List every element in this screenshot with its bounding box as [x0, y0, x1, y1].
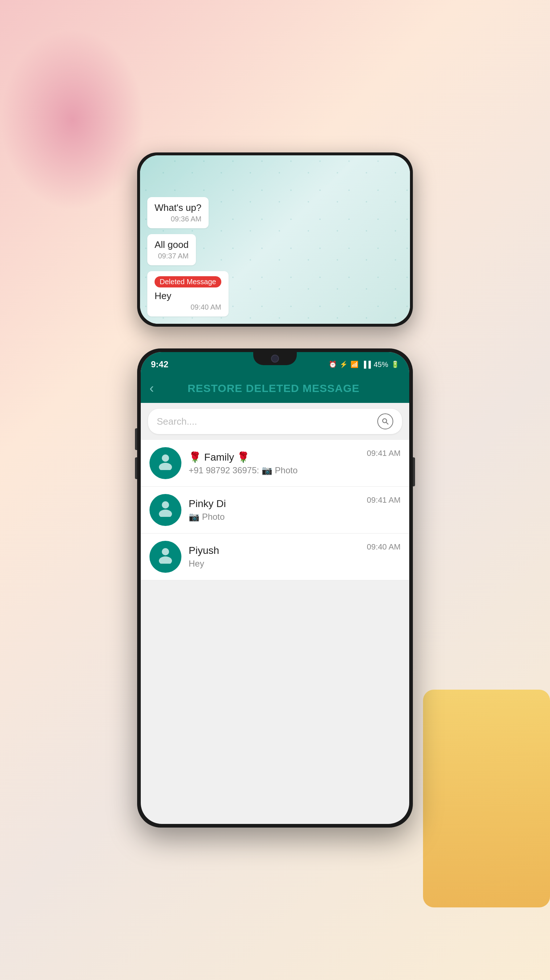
contact-info-family: 🌹 Family 🌹 +91 98792 36975: 📷 Photo — [189, 451, 359, 476]
contact-name-pinky: Pinky Di — [189, 498, 359, 510]
contact-preview-family: +91 98792 36975: 📷 Photo — [189, 465, 359, 476]
message-time-2: 09:37 AM — [154, 252, 189, 260]
back-button[interactable]: ‹ — [149, 381, 154, 396]
contact-name-piyush: Piyush — [189, 545, 359, 557]
message-text-3: Hey — [154, 290, 221, 302]
contact-name-family: 🌹 Family 🌹 — [189, 451, 359, 463]
deleted-badge: Deleted Message — [154, 276, 221, 288]
phone-top-inner: What's up? 09:36 AM All good 09:37 AM De… — [140, 155, 410, 324]
search-bar[interactable]: Search.... — [148, 409, 402, 434]
contact-time-piyush: 09:40 AM — [367, 541, 401, 552]
contact-item-pinky[interactable]: Pinky Di 📷 Photo 09:41 AM — [141, 487, 409, 533]
phone-bottom: 9:42 ⏰ ⚡ 📶 ▐▐ 45% 🔋 ‹ RESTORE DELETED ME… — [137, 348, 413, 827]
message-time-3: 09:40 AM — [154, 303, 221, 312]
message-text-2: All good — [154, 239, 189, 250]
chat-messages: What's up? 09:36 AM All good 09:37 AM De… — [140, 190, 410, 324]
search-input[interactable]: Search.... — [157, 416, 372, 427]
contact-time-pinky: 09:41 AM — [367, 494, 401, 505]
contact-item-family[interactable]: 🌹 Family 🌹 +91 98792 36975: 📷 Photo 09:4… — [141, 440, 409, 487]
phones-container: What's up? 09:36 AM All good 09:37 AM De… — [137, 153, 413, 827]
svg-line-1 — [386, 423, 389, 425]
message-time-1: 09:36 AM — [154, 215, 201, 223]
app-content: Search.... — [141, 403, 409, 824]
person-icon-piyush — [156, 546, 175, 568]
phone-top: What's up? 09:36 AM All good 09:37 AM De… — [137, 153, 413, 327]
contact-preview-pinky: 📷 Photo — [189, 512, 359, 522]
contact-info-pinky: Pinky Di 📷 Photo — [189, 498, 359, 522]
svg-point-5 — [159, 510, 172, 517]
message-bubble-1: What's up? 09:36 AM — [147, 197, 208, 228]
svg-point-3 — [159, 463, 172, 470]
status-time: 9:42 — [151, 360, 168, 369]
message-bubble-2: All good 09:37 AM — [147, 234, 196, 265]
page-title: RESTORE DELETED MESSAGE — [161, 382, 386, 395]
volume-down-button[interactable] — [135, 457, 137, 479]
volume-up-button[interactable] — [135, 428, 137, 450]
alarm-icon: ⏰ — [329, 360, 337, 368]
contact-list: 🌹 Family 🌹 +91 98792 36975: 📷 Photo 09:4… — [141, 440, 409, 581]
contact-time-family: 09:41 AM — [367, 447, 401, 458]
front-camera — [271, 355, 279, 363]
battery-icon: 🔋 — [391, 360, 399, 368]
contact-info-piyush: Piyush Hey — [189, 545, 359, 569]
avatar-piyush — [149, 541, 181, 573]
contact-preview-piyush: Hey — [189, 558, 359, 569]
person-icon-pinky — [156, 499, 175, 521]
header-bar: ‹ RESTORE DELETED MESSAGE — [141, 374, 409, 403]
signal-icon: ▐▐ — [361, 361, 371, 368]
bluetooth-icon: ⚡ — [340, 360, 348, 368]
battery-indicator: 45% — [374, 360, 388, 369]
svg-point-0 — [383, 419, 387, 423]
svg-point-7 — [159, 557, 172, 564]
phone-bottom-inner: 9:42 ⏰ ⚡ 📶 ▐▐ 45% 🔋 ‹ RESTORE DELETED ME… — [141, 352, 409, 824]
wifi-icon: 📶 — [350, 360, 358, 368]
svg-point-6 — [162, 548, 169, 555]
message-text-1: What's up? — [154, 202, 201, 213]
bg-blob-yellow — [423, 690, 550, 907]
avatar-family — [149, 447, 181, 479]
svg-point-4 — [162, 501, 169, 509]
svg-point-2 — [162, 455, 169, 462]
status-icons: ⏰ ⚡ 📶 ▐▐ 45% 🔋 — [329, 360, 399, 369]
person-icon-family — [156, 452, 175, 474]
bg-blob-pink — [0, 29, 145, 210]
avatar-pinky — [149, 494, 181, 526]
contact-item-piyush[interactable]: Piyush Hey 09:40 AM — [141, 533, 409, 581]
search-icon[interactable] — [377, 414, 393, 430]
camera-notch — [253, 352, 297, 365]
message-bubble-3: Deleted Message Hey 09:40 AM — [147, 271, 229, 317]
power-button[interactable] — [413, 457, 415, 486]
